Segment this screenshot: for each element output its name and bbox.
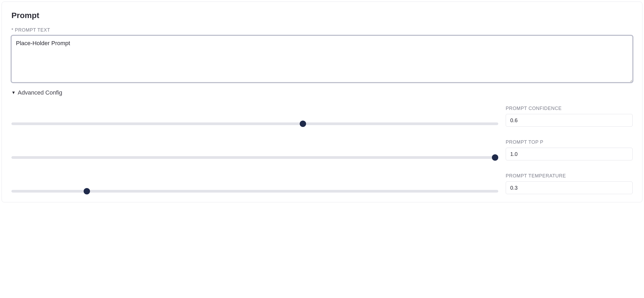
advanced-config-body: PROMPT CONFIDENCE PROMPT TOP P PROMPT TE… bbox=[11, 106, 633, 194]
prompt-text-label: * PROMPT TEXT bbox=[11, 27, 633, 33]
confidence-slider[interactable] bbox=[11, 122, 498, 125]
top-p-row: PROMPT TOP P bbox=[11, 139, 633, 160]
prompt-text-input[interactable] bbox=[11, 36, 633, 82]
panel-title: Prompt bbox=[11, 11, 633, 20]
temperature-slider[interactable] bbox=[11, 190, 498, 193]
caret-down-icon: ▼ bbox=[11, 91, 16, 95]
temperature-label: PROMPT TEMPERATURE bbox=[506, 173, 633, 179]
confidence-row: PROMPT CONFIDENCE bbox=[11, 106, 633, 127]
confidence-label: PROMPT CONFIDENCE bbox=[506, 106, 633, 111]
advanced-config-label: Advanced Config bbox=[18, 89, 62, 96]
temperature-row: PROMPT TEMPERATURE bbox=[11, 173, 633, 194]
temperature-input[interactable] bbox=[506, 181, 633, 194]
confidence-input[interactable] bbox=[506, 114, 633, 127]
top-p-label: PROMPT TOP P bbox=[506, 139, 633, 145]
top-p-slider[interactable] bbox=[11, 156, 498, 159]
advanced-config-toggle[interactable]: ▼ Advanced Config bbox=[11, 89, 633, 96]
prompt-panel: Prompt * PROMPT TEXT ▼ Advanced Config P… bbox=[2, 2, 642, 202]
top-p-input[interactable] bbox=[506, 148, 633, 160]
